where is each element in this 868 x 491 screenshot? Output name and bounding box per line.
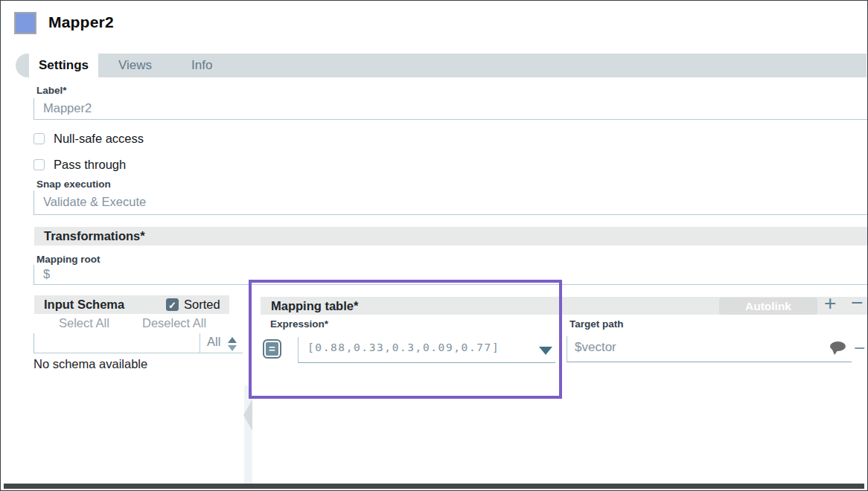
- pass-through-checkbox[interactable]: [33, 159, 45, 170]
- schema-scope-value: All: [207, 335, 220, 349]
- expression-input[interactable]: [307, 341, 531, 353]
- mapper-settings-dialog: Mapper2 Settings Views Info Label* Null-…: [0, 0, 868, 491]
- expression-dropdown-icon[interactable]: [539, 347, 552, 355]
- null-safe-access-checkbox[interactable]: [33, 133, 45, 144]
- tab-settings[interactable]: Settings: [29, 54, 98, 77]
- expression-label: Expression*: [270, 318, 328, 330]
- tab-bar: Settings Views Info: [16, 54, 867, 77]
- tab-info[interactable]: Info: [191, 54, 212, 77]
- target-path-field: [567, 336, 852, 362]
- snap-execution-label: Snap execution: [36, 179, 111, 190]
- tab-views[interactable]: Views: [118, 54, 152, 77]
- mapping-root-label: Mapping root: [36, 254, 100, 265]
- schema-filter: All: [33, 333, 243, 353]
- add-row-button[interactable]: +: [824, 292, 836, 315]
- mapping-table-header: Mapping table* Autolink + −: [261, 297, 867, 315]
- mapping-table-title: Mapping table*: [271, 297, 358, 315]
- no-schema-message: No schema available: [33, 357, 147, 371]
- row-remove-button[interactable]: −: [854, 337, 865, 360]
- input-schema-title: Input Schema: [44, 298, 124, 311]
- page-title: Mapper2: [48, 13, 114, 31]
- label-field-label: Label*: [36, 85, 67, 96]
- snap-execution-input[interactable]: [33, 190, 867, 215]
- snap-icon: [14, 12, 36, 34]
- expression-toggle-button[interactable]: =: [263, 339, 281, 359]
- sorted-checkbox[interactable]: ✓: [166, 298, 179, 311]
- chevron-up-icon[interactable]: [228, 337, 237, 343]
- autolink-button[interactable]: Autolink: [719, 298, 817, 315]
- target-path-input[interactable]: [575, 340, 813, 355]
- label-input[interactable]: [33, 98, 867, 120]
- comment-icon[interactable]: [830, 341, 846, 351]
- schema-filter-input[interactable]: [34, 333, 200, 353]
- collapse-panel-chevron-left-icon[interactable]: [243, 399, 252, 431]
- expression-field: [298, 337, 555, 363]
- schema-scope-dropdown[interactable]: All: [200, 333, 243, 353]
- sorted-label: Sorted: [184, 298, 220, 312]
- chevron-down-icon[interactable]: [228, 345, 237, 351]
- target-path-label: Target path: [569, 318, 624, 330]
- mapping-root-input[interactable]: [33, 265, 867, 285]
- select-all-link[interactable]: Select All: [59, 316, 109, 330]
- pass-through-label: Pass through: [54, 158, 126, 172]
- null-safe-access-label: Null-safe access: [54, 132, 144, 146]
- bottom-bar: [4, 484, 864, 489]
- remove-row-button[interactable]: −: [851, 291, 863, 315]
- transformations-section-header: Transformations*: [34, 227, 867, 246]
- deselect-all-link[interactable]: Deselect All: [142, 316, 206, 330]
